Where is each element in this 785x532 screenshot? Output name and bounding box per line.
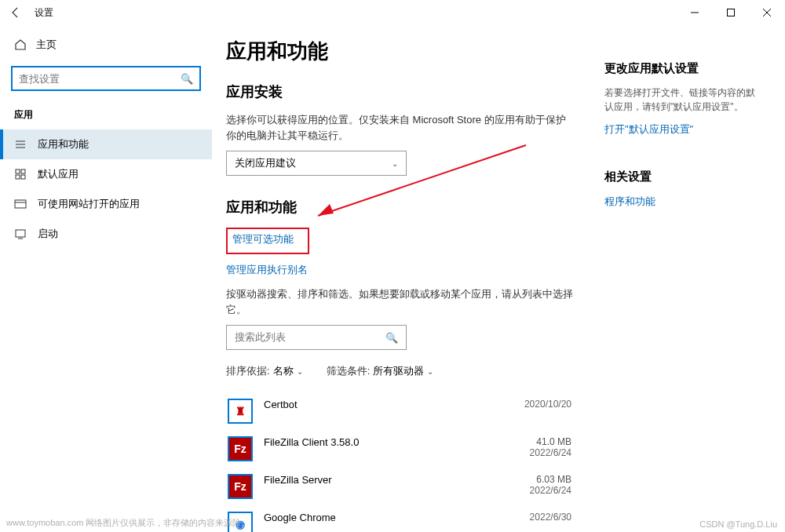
install-source-dropdown[interactable]: 关闭应用建议 ⌄ [226,151,407,176]
programs-features-link[interactable]: 程序和功能 [604,195,655,209]
app-name: Certbot [264,399,498,410]
defaults-icon [14,168,27,180]
maximize-button[interactable] [713,0,749,25]
home-nav[interactable]: 主页 [0,31,212,58]
chevron-down-icon: ⌄ [392,159,398,168]
footer-watermark-left: www.toymoban.com 网络图片仅供展示，非存储的内容来源除。 [6,517,250,529]
search-settings-input[interactable] [19,73,181,85]
svg-rect-7 [16,169,20,173]
app-icon: Fz [228,474,253,499]
app-list-item[interactable]: ◉ Google Chrome 2022/6/30 [226,505,573,532]
app-icon: ♜ [228,399,253,424]
search-icon: 🔍 [181,73,193,85]
svg-rect-9 [16,175,20,179]
features-desc: 按驱动器搜索、排序和筛选。如果想要卸载或移动某个应用，请从列表中选择它。 [226,286,573,317]
change-defaults-text: 若要选择打开文件、链接等内容的默认应用，请转到"默认应用设置"。 [604,86,761,114]
features-section-title: 应用和功能 [226,198,573,217]
footer-watermark-right: CSDN @Tung.D.Liu [699,519,777,529]
search-icon: 🔍 [385,332,398,344]
nav-website-apps[interactable]: 可使用网站打开的应用 [0,189,212,219]
main-content: 应用和功能 应用安装 选择你可以获得应用的位置。仅安装来自 Microsoft … [226,38,573,532]
list-icon [14,138,27,151]
chevron-down-icon: ⌄ [427,367,433,376]
startup-icon [14,228,27,240]
app-list: ♜ Certbot 2020/10/20 Fz FileZilla Client… [226,392,573,532]
app-icon: Fz [228,436,253,461]
nav-label: 应用和功能 [38,137,89,151]
search-app-list-box[interactable]: 搜索此列表 🔍 [226,325,407,350]
related-settings-title: 相关设置 [604,169,761,184]
manage-app-aliases-link[interactable]: 管理应用执行别名 [226,263,308,277]
install-desc: 选择你可以获得应用的位置。仅安装来自 Microsoft Store 的应用有助… [226,112,573,143]
home-label: 主页 [36,38,57,52]
app-meta: 41.0 MB 2022/6/24 [509,436,571,458]
app-meta: 2020/10/20 [509,399,571,410]
window-titlebar: 设置 [0,0,785,25]
nav-label: 可使用网站打开的应用 [38,197,140,211]
home-icon [14,38,27,51]
app-name: FileZilla Server [264,474,498,486]
website-icon [14,198,27,210]
svg-rect-13 [16,230,25,237]
nav-startup[interactable]: 启动 [0,219,212,249]
sidebar: 主页 🔍 应用 应用和功能 默认应用 可使用网站打开的应用 启动 [0,25,212,532]
filter-value: 所有驱动器 [373,364,424,378]
svg-rect-1 [728,9,735,16]
nav-label: 启动 [38,227,58,241]
sort-label: 排序依据: [226,364,270,378]
nav-label: 默认应用 [38,167,78,181]
app-list-item[interactable]: Fz FileZilla Server 6.03 MB 2022/6/24 [226,468,573,505]
app-meta: 2022/6/30 [509,512,571,523]
sort-value: 名称 [273,364,294,378]
nav-apps-features[interactable]: 应用和功能 [0,129,212,159]
dropdown-value: 关闭应用建议 [235,156,296,170]
change-defaults-title: 更改应用默认设置 [604,61,761,76]
svg-rect-10 [21,175,25,179]
search-placeholder: 搜索此列表 [235,330,286,344]
manage-optional-features-link[interactable]: 管理可选功能 [226,228,309,254]
window-title: 设置 [35,6,53,20]
minimize-button[interactable] [677,0,713,25]
app-meta: 6.03 MB 2022/6/24 [509,474,571,496]
svg-rect-11 [15,200,26,208]
app-name: FileZilla Client 3.58.0 [264,436,498,448]
back-button[interactable] [6,3,25,22]
nav-default-apps[interactable]: 默认应用 [0,159,212,189]
open-default-apps-link[interactable]: 打开"默认应用设置" [604,122,693,137]
search-settings-box[interactable]: 🔍 [11,66,201,91]
sort-by-control[interactable]: 排序依据: 名称 ⌄ [226,364,303,378]
install-section-title: 应用安装 [226,82,573,101]
side-panel: 更改应用默认设置 若要选择打开文件、链接等内容的默认应用，请转到"默认应用设置"… [604,38,761,532]
filter-label: 筛选条件: [327,364,371,378]
filter-by-control[interactable]: 筛选条件: 所有驱动器 ⌄ [327,364,434,378]
chevron-down-icon: ⌄ [297,367,303,376]
app-list-item[interactable]: Fz FileZilla Client 3.58.0 41.0 MB 2022/… [226,430,573,468]
category-label: 应用 [0,105,212,129]
app-list-item[interactable]: ♜ Certbot 2020/10/20 [226,392,573,430]
app-name: Google Chrome [264,512,498,523]
page-heading: 应用和功能 [226,38,573,65]
window-controls [677,0,785,25]
svg-rect-8 [21,169,25,173]
close-button[interactable] [749,0,785,25]
